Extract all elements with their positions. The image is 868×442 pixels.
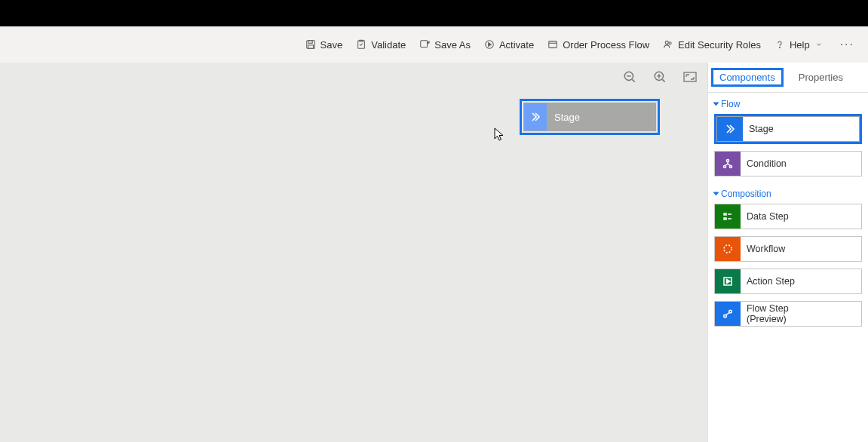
stage-chevron-icon — [524, 103, 547, 130]
edit-security-button[interactable]: Edit Security Roles — [663, 39, 761, 51]
condition-icon — [715, 152, 741, 176]
svg-point-7 — [665, 41, 668, 44]
collapse-triangle-icon — [713, 192, 719, 196]
zoom-in-icon — [653, 70, 667, 84]
svg-rect-16 — [724, 213, 726, 215]
security-roles-icon — [663, 39, 673, 50]
tab-properties-label: Properties — [799, 72, 843, 83]
svg-rect-17 — [724, 218, 726, 219]
process-flow-icon — [547, 39, 558, 50]
validate-icon — [356, 39, 367, 50]
dragged-stage-label: Stage — [547, 103, 655, 130]
window-titlebar — [0, 0, 868, 26]
component-workflow-label: Workflow — [741, 244, 785, 254]
help-button[interactable]: Help — [774, 39, 822, 51]
zoom-out-icon — [623, 70, 636, 84]
tab-components-label: Components — [715, 69, 780, 86]
flow-step-icon — [715, 302, 741, 326]
activate-label: Activate — [499, 39, 534, 51]
help-label: Help — [790, 39, 810, 51]
component-flow-step-label: Flow Step (Preview) — [741, 303, 789, 325]
save-as-label: Save As — [434, 39, 471, 51]
component-action-step-label: Action Step — [741, 276, 795, 287]
zoom-out-button[interactable] — [623, 70, 636, 84]
section-flow-title: Flow — [721, 99, 740, 109]
component-stage-label: Stage — [743, 124, 774, 134]
action-step-icon — [715, 269, 741, 293]
svg-point-21 — [729, 310, 732, 313]
section-flow-header[interactable]: Flow — [708, 93, 868, 114]
side-panel: Components Properties Flow Stage — [707, 63, 868, 442]
component-condition[interactable]: Condition — [714, 151, 862, 176]
section-composition-title: Composition — [721, 189, 771, 199]
svg-rect-2 — [308, 45, 313, 48]
data-step-icon — [715, 204, 741, 229]
validate-label: Validate — [371, 39, 406, 51]
help-icon — [774, 39, 785, 50]
fit-canvas-button[interactable] — [683, 70, 697, 84]
svg-point-13 — [726, 159, 728, 161]
component-condition-label: Condition — [741, 158, 787, 169]
svg-rect-1 — [308, 41, 312, 44]
workflow-icon — [715, 237, 741, 261]
component-data-step[interactable]: Data Step — [714, 204, 862, 229]
save-as-button[interactable]: Save As — [419, 39, 471, 51]
save-button[interactable]: Save — [305, 39, 343, 51]
command-bar: Save Validate Save As Activate Order Pro… — [0, 26, 868, 63]
designer-canvas[interactable]: Stage — [0, 63, 707, 442]
tab-components[interactable]: Components — [711, 68, 784, 87]
component-flow-step[interactable]: Flow Step (Preview) — [714, 301, 862, 327]
canvas-toolbar — [623, 70, 697, 84]
svg-point-8 — [669, 42, 671, 45]
svg-point-20 — [724, 315, 727, 318]
validate-button[interactable]: Validate — [356, 39, 406, 51]
dragged-stage-tile[interactable]: Stage — [520, 99, 660, 135]
component-action-step[interactable]: Action Step — [714, 269, 862, 294]
edit-security-label: Edit Security Roles — [678, 39, 761, 51]
tab-properties[interactable]: Properties — [794, 66, 848, 89]
activate-button[interactable]: Activate — [484, 39, 534, 51]
svg-rect-6 — [549, 41, 557, 48]
component-stage[interactable]: Stage — [714, 114, 862, 144]
zoom-in-button[interactable] — [653, 70, 667, 84]
save-icon — [305, 39, 316, 50]
process-flow-label: Order Process Flow — [563, 39, 649, 51]
collapse-triangle-icon — [713, 103, 719, 106]
svg-point-18 — [724, 245, 732, 253]
svg-rect-4 — [421, 41, 428, 48]
chevron-down-icon — [816, 41, 822, 48]
panel-tabs: Components Properties — [708, 63, 868, 93]
component-workflow[interactable]: Workflow — [714, 236, 862, 262]
stage-icon — [717, 117, 743, 141]
more-commands-button[interactable]: ··· — [836, 38, 859, 51]
section-composition-header[interactable]: Composition — [708, 183, 868, 204]
activate-icon — [484, 39, 495, 50]
save-label: Save — [321, 39, 343, 51]
process-flow-button[interactable]: Order Process Flow — [547, 39, 649, 51]
svg-point-9 — [779, 47, 780, 48]
component-data-step-label: Data Step — [741, 211, 789, 222]
cursor-pointer-icon — [494, 127, 505, 143]
save-as-icon — [419, 39, 430, 50]
fit-canvas-icon — [683, 72, 697, 82]
